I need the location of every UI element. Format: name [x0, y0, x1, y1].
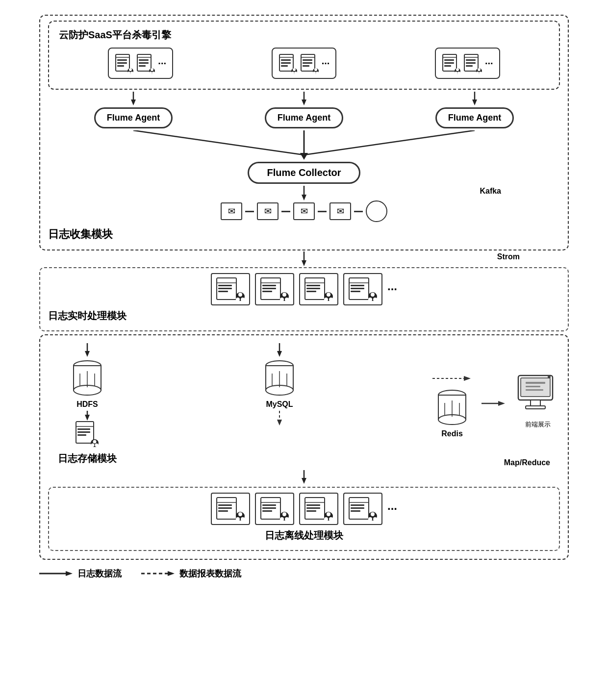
arrow-to-agent-2	[299, 92, 309, 105]
redis-label: Redis	[441, 429, 463, 438]
storm-section: ··· 日志实时处理模块	[39, 267, 569, 331]
svg-rect-146	[526, 406, 545, 409]
kafka-label: Kafka	[480, 187, 501, 196]
svg-rect-89	[306, 288, 320, 289]
svg-marker-67	[302, 260, 306, 266]
kafka-msg-3: ✉	[293, 202, 315, 220]
svg-rect-11	[139, 59, 149, 61]
svg-point-161	[241, 517, 245, 521]
svg-point-187	[368, 517, 372, 521]
server-icon-3a	[442, 52, 460, 74]
ellipsis-2: ···	[322, 58, 330, 69]
svg-rect-72	[218, 291, 228, 292]
storm-label: Strom	[497, 252, 520, 261]
svg-rect-98	[351, 288, 364, 289]
log-collect-section: 云防护SaaS平台杀毒引擎	[39, 15, 569, 250]
server-icon-3b	[463, 52, 482, 74]
svg-marker-190	[66, 571, 73, 576]
realtime-module-label: 日志实时处理模块	[48, 309, 560, 323]
storm-worker-2	[255, 273, 294, 305]
offline-worker-1	[211, 493, 250, 525]
svg-rect-157	[218, 510, 228, 512]
arrow-to-offline	[48, 470, 560, 484]
svg-rect-39	[444, 62, 454, 64]
svg-rect-97	[351, 285, 364, 286]
svg-marker-124	[277, 351, 282, 357]
svg-rect-4	[117, 65, 124, 67]
svg-point-74	[238, 293, 242, 297]
computer-label: 前端展示	[516, 420, 560, 429]
kafka-row: ✉ ✉ ✉ ✉	[48, 200, 560, 222]
collector-row: Flume Collector	[48, 162, 560, 184]
svg-point-94	[329, 298, 333, 301]
svg-point-85	[285, 298, 289, 301]
svg-rect-31	[303, 65, 309, 67]
mysql-label: MySQL	[266, 400, 293, 409]
arrow-to-agent-1	[128, 92, 138, 105]
svg-rect-182	[351, 504, 364, 506]
svg-point-84	[280, 298, 284, 301]
svg-point-178	[324, 517, 328, 521]
svg-point-75	[236, 298, 240, 301]
offline-worker-icon-2	[260, 497, 289, 521]
converge-arrows	[48, 130, 560, 160]
diagram-container: 云防护SaaS平台杀毒引擎	[34, 10, 574, 584]
flume-agent-2: Flume Agent	[265, 107, 343, 128]
svg-marker-142	[498, 401, 505, 406]
svg-rect-173	[306, 504, 320, 506]
svg-rect-118	[77, 434, 86, 436]
svg-rect-48	[466, 62, 476, 64]
svg-rect-149	[526, 389, 543, 391]
storm-worker-icon-1	[216, 277, 245, 301]
svg-rect-49	[466, 65, 473, 67]
server-group-1: ···	[108, 48, 173, 79]
kafka-cylinder	[366, 200, 387, 222]
flume-agent-1: Flume Agent	[94, 107, 173, 128]
ellipsis-1: ···	[158, 58, 166, 69]
storm-worker-4	[343, 273, 382, 305]
arrow-from-hdfs	[82, 411, 92, 421]
svg-rect-99	[351, 291, 360, 292]
svg-rect-81	[262, 291, 272, 292]
svg-point-102	[368, 298, 372, 301]
redis-cylinder-svg	[435, 388, 469, 427]
svg-rect-13	[139, 65, 146, 67]
svg-point-188	[373, 517, 377, 521]
converge-svg	[48, 130, 560, 160]
svg-point-51	[478, 68, 481, 71]
legend-dashed-item: 数据报表数据流	[141, 568, 241, 579]
svg-rect-156	[218, 507, 232, 509]
svg-point-6	[129, 68, 132, 71]
hdfs-label: HDFS	[76, 400, 98, 409]
redis-col: Redis	[432, 359, 560, 438]
legend-solid-arrow-svg	[39, 570, 74, 577]
kafka-msg-1: ✉	[221, 202, 242, 220]
svg-rect-2	[117, 59, 127, 61]
svg-point-33	[314, 68, 317, 71]
svg-rect-47	[466, 59, 476, 61]
computer-svg	[516, 373, 560, 417]
svg-rect-116	[77, 428, 90, 430]
storm-arrow-row: Strom	[39, 251, 569, 266]
svg-rect-145	[531, 400, 540, 406]
svg-rect-3	[117, 62, 127, 64]
server-icon-2b	[300, 52, 319, 74]
svg-rect-166	[262, 510, 272, 512]
svg-point-160	[236, 517, 240, 521]
kafka-conn-4	[354, 211, 363, 212]
svg-point-92	[327, 293, 330, 297]
offline-workers-row: ···	[57, 493, 551, 525]
svg-rect-22	[281, 65, 288, 67]
svg-point-101	[371, 293, 375, 297]
legend-solid-item: 日志数据流	[39, 568, 122, 579]
svg-rect-148	[526, 386, 540, 387]
arrow-redis-computer	[481, 399, 506, 408]
log-collect-module-label: 日志收集模块	[48, 227, 560, 242]
svg-point-15	[151, 68, 153, 71]
server-icon-1b	[136, 52, 155, 74]
offline-worker-icon-1	[216, 497, 245, 521]
svg-point-150	[548, 375, 551, 378]
svg-marker-105	[85, 351, 90, 357]
svg-rect-147	[526, 382, 545, 384]
cloud-section: 云防护SaaS平台杀毒引擎	[48, 21, 560, 90]
